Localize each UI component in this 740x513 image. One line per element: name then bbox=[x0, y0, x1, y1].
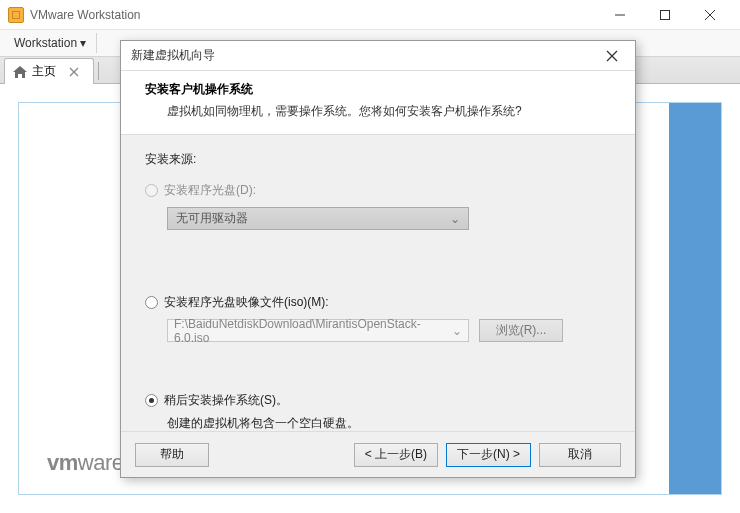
window-title: VMware Workstation bbox=[30, 8, 597, 22]
dialog-body: 安装来源: 安装程序光盘(D): 无可用驱动器 ⌄ 安装程序光盘映像文件(iso… bbox=[121, 135, 635, 450]
back-button[interactable]: < 上一步(B) bbox=[354, 443, 438, 467]
vmware-text-logo: vmware bbox=[47, 450, 123, 476]
iso-path-input[interactable]: F:\BaiduNetdiskDownload\MirantisOpenStac… bbox=[167, 319, 469, 342]
chevron-down-icon: ▾ bbox=[80, 36, 86, 50]
radio-disc: 安装程序光盘(D): bbox=[145, 182, 611, 199]
cancel-button-label: 取消 bbox=[568, 446, 592, 463]
radio-disc-label: 安装程序光盘(D): bbox=[164, 182, 256, 199]
main-titlebar: VMware Workstation bbox=[0, 0, 740, 30]
workstation-menu[interactable]: Workstation ▾ bbox=[8, 33, 92, 53]
vmware-logo-icon bbox=[8, 7, 24, 23]
dialog-footer: 帮助 < 上一步(B) 下一步(N) > 取消 bbox=[121, 431, 635, 477]
radio-disc-indicator bbox=[145, 184, 158, 197]
radio-later[interactable]: 稍后安装操作系统(S)。 bbox=[145, 392, 611, 409]
dialog-titlebar: 新建虚拟机向导 bbox=[121, 41, 635, 71]
browse-button[interactable]: 浏览(R)... bbox=[479, 319, 563, 342]
cancel-button[interactable]: 取消 bbox=[539, 443, 621, 467]
radio-iso[interactable]: 安装程序光盘映像文件(iso)(M): bbox=[145, 294, 611, 311]
workstation-menu-label: Workstation bbox=[14, 36, 77, 50]
dialog-heading: 安装客户机操作系统 bbox=[145, 81, 611, 98]
tab-close-icon[interactable] bbox=[69, 67, 79, 77]
radio-later-label: 稍后安装操作系统(S)。 bbox=[164, 392, 288, 409]
dialog-title: 新建虚拟机向导 bbox=[131, 47, 599, 64]
help-button-label: 帮助 bbox=[160, 446, 184, 463]
decorative-stripe bbox=[669, 103, 721, 494]
close-button[interactable] bbox=[687, 0, 732, 29]
back-button-label: < 上一步(B) bbox=[365, 446, 427, 463]
tab-home[interactable]: 主页 bbox=[4, 58, 94, 84]
option-disc: 安装程序光盘(D): 无可用驱动器 ⌄ bbox=[145, 182, 611, 230]
maximize-button[interactable] bbox=[642, 0, 687, 29]
browse-button-label: 浏览(R)... bbox=[496, 322, 547, 339]
radio-later-indicator bbox=[145, 394, 158, 407]
home-icon bbox=[13, 66, 27, 78]
next-button-label: 下一步(N) > bbox=[457, 446, 520, 463]
install-source-label: 安装来源: bbox=[145, 151, 611, 168]
disc-drive-combo: 无可用驱动器 ⌄ bbox=[167, 207, 469, 230]
minimize-button[interactable] bbox=[597, 0, 642, 29]
help-button[interactable]: 帮助 bbox=[135, 443, 209, 467]
chevron-down-icon: ⌄ bbox=[452, 324, 462, 338]
window-controls bbox=[597, 0, 732, 29]
dialog-close-button[interactable] bbox=[599, 43, 625, 69]
svg-rect-1 bbox=[660, 10, 669, 19]
later-hint: 创建的虚拟机将包含一个空白硬盘。 bbox=[167, 415, 611, 432]
option-later: 稍后安装操作系统(S)。 创建的虚拟机将包含一个空白硬盘。 bbox=[145, 392, 611, 432]
disc-drive-value: 无可用驱动器 bbox=[176, 210, 248, 227]
dialog-subheading: 虚拟机如同物理机，需要操作系统。您将如何安装客户机操作系统? bbox=[145, 103, 611, 120]
new-vm-wizard-dialog: 新建虚拟机向导 安装客户机操作系统 虚拟机如同物理机，需要操作系统。您将如何安装… bbox=[120, 40, 636, 478]
chevron-down-icon: ⌄ bbox=[450, 212, 460, 226]
dialog-header: 安装客户机操作系统 虚拟机如同物理机，需要操作系统。您将如何安装客户机操作系统? bbox=[121, 71, 635, 135]
tab-divider bbox=[98, 62, 99, 80]
radio-iso-indicator bbox=[145, 296, 158, 309]
tab-home-label: 主页 bbox=[32, 63, 56, 80]
option-iso: 安装程序光盘映像文件(iso)(M): F:\BaiduNetdiskDownl… bbox=[145, 294, 611, 342]
next-button[interactable]: 下一步(N) > bbox=[446, 443, 531, 467]
iso-path-value: F:\BaiduNetdiskDownload\MirantisOpenStac… bbox=[174, 317, 444, 345]
menu-divider bbox=[96, 33, 97, 53]
radio-iso-label: 安装程序光盘映像文件(iso)(M): bbox=[164, 294, 329, 311]
